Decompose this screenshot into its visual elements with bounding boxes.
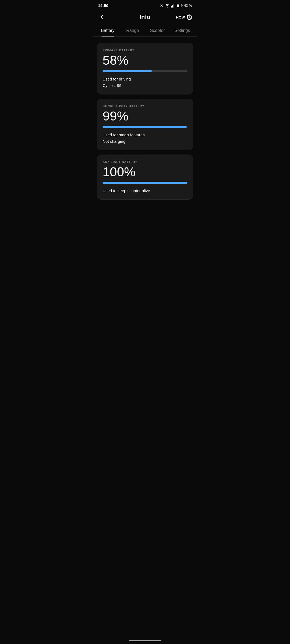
svg-rect-5 [182,5,183,6]
auxiliary-battery-label: AUXILIARY BATTERY [103,160,187,163]
connectivity-battery-percent: 99% [103,110,187,123]
status-bar: 14:50 [93,0,197,10]
primary-battery-progress-container [103,70,187,72]
back-button[interactable] [98,13,106,21]
auxiliary-battery-progress-container [103,182,187,184]
svg-rect-3 [175,4,176,8]
connectivity-battery-progress-fill [103,126,187,128]
primary-battery-card: PRIMARY BATTERY 58% Used for driving Cyc… [97,43,193,94]
primary-battery-label: PRIMARY BATTERY [103,49,187,52]
primary-battery-info1: Used for driving [103,76,187,82]
status-icons: 43 % [160,3,192,8]
svg-rect-2 [173,4,174,8]
primary-battery-info2: Cycles: 89 [103,82,187,89]
battery-percent-status: 43 % [184,3,192,8]
tab-settings[interactable]: Settings [170,25,195,36]
auxiliary-battery-card: AUXILIARY BATTERY 100% Used to keep scoo… [97,155,193,200]
status-time: 14:50 [98,3,108,8]
auxiliary-battery-info1: Used to keep scooter alive [103,188,187,194]
auxiliary-battery-info: Used to keep scooter alive [103,188,187,194]
svg-rect-0 [171,6,172,8]
bluetooth-icon [160,3,164,8]
auxiliary-battery-progress-fill [103,182,187,184]
now-label: NOW [176,15,185,19]
battery-content: PRIMARY BATTERY 58% Used for driving Cyc… [93,41,197,202]
connectivity-battery-info: Used for smart features Not charging [103,132,187,145]
tab-scooter[interactable]: Scooter [145,25,170,36]
primary-battery-percent: 58% [103,54,187,67]
clock-icon [187,14,192,20]
tab-battery[interactable]: Battery [95,25,120,36]
wifi-icon [165,4,170,8]
device-battery-icon [177,4,183,7]
connectivity-battery-info1: Used for smart features [103,132,187,138]
auxiliary-battery-percent: 100% [103,166,187,178]
svg-rect-1 [172,5,173,8]
page-title: Info [140,14,150,21]
header: Info NOW [93,10,197,25]
tab-range[interactable]: Range [120,25,145,36]
signal-icon [171,4,175,8]
connectivity-battery-card: CONNECTIVITY BATTERY 99% Used for smart … [97,99,193,150]
connectivity-battery-label: CONNECTIVITY BATTERY [103,104,187,108]
primary-battery-info: Used for driving Cycles: 89 [103,76,187,89]
svg-rect-6 [177,4,179,7]
now-button[interactable]: NOW [176,14,192,20]
primary-battery-progress-fill [103,70,152,72]
tabs: Battery Range Scooter Settings [93,25,197,36]
connectivity-battery-progress-container [103,126,187,128]
connectivity-battery-info2: Not charging [103,138,187,145]
